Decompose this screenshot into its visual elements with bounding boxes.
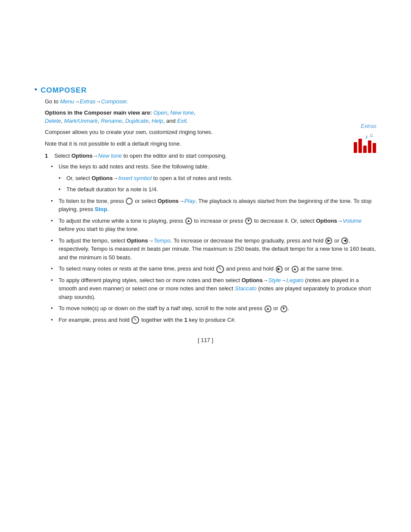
- list-item: To move note(s) up or down on the staff …: [51, 304, 377, 313]
- tempo-down-icon: ◀: [341, 237, 348, 244]
- b2-prefix: To listen to the tone, press: [59, 198, 125, 204]
- b8-mid2: key to produce C#.: [187, 317, 236, 323]
- svg-rect-0: [354, 142, 357, 153]
- b2-arrow: →: [179, 198, 184, 204]
- bullet-1-content: Use the keys to add notes and rests. See…: [59, 162, 377, 171]
- options-comma6: ,: [149, 118, 152, 124]
- options-period: .: [187, 118, 188, 124]
- b4-options: Options: [127, 237, 148, 244]
- b6-options: Options: [242, 277, 263, 283]
- options-line: Options in the Composer main view are: O…: [45, 109, 377, 125]
- b6-prefix: To apply different playing styles, selec…: [59, 277, 242, 283]
- b2-options: Options: [158, 198, 179, 204]
- step-newtone: New tone: [98, 152, 122, 159]
- b1b-suffix: to open a list of notes and rests.: [152, 175, 233, 181]
- b3-suffix: before you start to play the tone.: [59, 226, 139, 232]
- b5-or: or: [283, 265, 291, 272]
- bullet-6-content: To apply different playing styles, selec…: [59, 276, 377, 302]
- section-title: COMPOSER: [40, 86, 87, 95]
- b5-mid: and press and hold: [224, 265, 275, 272]
- b8-prefix: For example, press and hold: [59, 317, 131, 323]
- pencil-hold-icon: ✎: [216, 265, 224, 273]
- options-comma2: ,: [194, 109, 196, 116]
- bullet-5-content: To select many notes or rests at the sam…: [59, 264, 377, 273]
- step-prefix: Select: [54, 152, 72, 159]
- b2-play: Play: [184, 198, 195, 204]
- scroll-up-icon: ▲: [265, 305, 271, 312]
- b4-tempo: Tempo: [153, 237, 170, 244]
- bullet-3-content: To adjust the volume while a tone is pla…: [59, 217, 377, 233]
- options-help: Help: [152, 118, 163, 124]
- step-content: Select Options→New tone to open the edit…: [54, 152, 227, 160]
- b1b-insertsymbol: Insert symbol: [118, 175, 152, 181]
- page-number: [ 117 ]: [34, 337, 377, 343]
- b6-legato: Legato: [286, 277, 304, 283]
- options-newtone: New tone: [170, 109, 194, 116]
- nav-icon3: ▲: [292, 266, 299, 273]
- volume-down-icon: ▼: [245, 218, 252, 224]
- options-rename: Rename: [101, 118, 122, 124]
- list-item: To adjust the volume while a tone is pla…: [51, 217, 377, 233]
- options-delete: Delete: [45, 118, 61, 124]
- b6-arrow2: →: [281, 277, 286, 283]
- nav-arrow2: →: [96, 98, 101, 105]
- composer-icon: ♪ ♫: [353, 134, 377, 156]
- b8-mid: together with the: [140, 317, 184, 323]
- b4-arrow: →: [148, 237, 153, 244]
- section-bullet: •: [34, 85, 37, 94]
- description1: Composer allows you to create your own, …: [45, 128, 377, 137]
- svg-rect-1: [358, 139, 362, 153]
- b3-mid2: to decrease it. Or, select: [252, 218, 316, 224]
- b1b-options: Options: [92, 175, 113, 181]
- b6-staccato: Staccato: [235, 285, 257, 292]
- tempo-up-icon: ▶: [325, 237, 332, 244]
- b3-options: Options: [316, 218, 337, 224]
- options-comma3: ,: [61, 118, 64, 124]
- content-block: Go to Menu→Extras→Composer. Options in t…: [45, 97, 377, 324]
- options-bold-prefix: Options in the Composer main view are:: [45, 109, 153, 116]
- scroll-down-icon: ▼: [280, 305, 287, 312]
- list-item: To listen to the tone, press or select O…: [51, 197, 377, 214]
- svg-rect-3: [368, 140, 371, 153]
- b7-or: or: [272, 305, 280, 311]
- description2: Note that it is not possible to edit a d…: [45, 140, 377, 148]
- options-markunmark: Mark/Unmark: [64, 118, 98, 124]
- b3-arrow: →: [337, 218, 343, 224]
- options-open: Open: [153, 109, 167, 116]
- list-item: For example, press and hold ✎ together w…: [51, 316, 377, 324]
- options-duplicate: Duplicate: [125, 118, 148, 124]
- b6-style: Style: [268, 277, 281, 283]
- bullet-1b-content: Or, select Options→Insert symbol to open…: [66, 174, 377, 183]
- b2-mid: or select: [133, 198, 157, 204]
- svg-text:♪: ♪: [365, 134, 368, 140]
- volume-up-icon: ▲: [185, 218, 192, 224]
- b3-volume: Volume: [343, 218, 362, 224]
- bullet-1c-content: The default duration for a note is 1/4.: [66, 185, 377, 194]
- b7-period: .: [288, 305, 290, 311]
- step-suffix: to open the editor and to start composin…: [122, 152, 227, 159]
- nav-composer: Composer.: [101, 98, 128, 105]
- play-button-icon: [126, 198, 133, 205]
- b3-prefix: To adjust the volume while a tone is pla…: [59, 218, 185, 224]
- list-item: Or, select Options→Insert symbol to open…: [59, 174, 377, 183]
- options-exit: Exit: [177, 118, 187, 124]
- b4-or: or: [333, 237, 341, 244]
- b5-prefix: To select many notes or rests at the sam…: [59, 265, 216, 272]
- b7-prefix: To move note(s) up or down on the staff …: [59, 305, 264, 311]
- extras-label: Extras: [361, 123, 377, 129]
- b1b-prefix: Or, select: [66, 175, 92, 181]
- options-comma4: ,: [98, 118, 101, 124]
- nav-extras: Extras: [80, 98, 96, 105]
- nav-icon2: ▶: [276, 266, 283, 273]
- nav-arrow1: →: [74, 98, 80, 105]
- b1b-arrow: →: [113, 175, 118, 181]
- list-item: To apply different playing styles, selec…: [51, 276, 377, 302]
- nav-line: Go to Menu→Extras→Composer.: [45, 97, 377, 106]
- b4-mid: . To increase or decrease the tempo grad…: [171, 237, 325, 244]
- b2-period: .: [107, 206, 109, 212]
- list-item: Use the keys to add notes and rests. See…: [51, 162, 377, 171]
- step-options: Options: [72, 152, 93, 159]
- nav-menu: Menu: [60, 98, 74, 105]
- step-num: 1: [45, 152, 51, 160]
- b3-mid1: to increase or press: [193, 218, 245, 224]
